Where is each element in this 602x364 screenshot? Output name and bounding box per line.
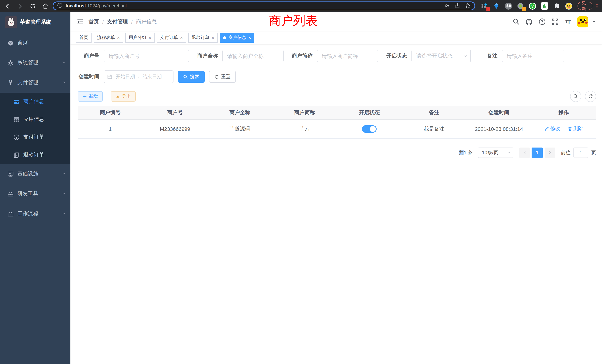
extension-y-icon[interactable]: y <box>529 2 536 10</box>
mch-no-input[interactable] <box>104 50 189 62</box>
create-time-range-picker[interactable]: 开始日期 - 结束日期 <box>104 70 173 83</box>
prev-page-button[interactable] <box>519 147 530 158</box>
sidebar-item-refund-order[interactable]: 退款订单 <box>0 146 70 164</box>
chevron-up-icon <box>62 80 66 86</box>
status-select[interactable]: 请选择开启状态 <box>411 50 471 62</box>
cell-full-name: 芋道源码 <box>207 119 272 138</box>
next-page-button[interactable] <box>545 147 555 158</box>
extension-chart-icon[interactable] <box>541 2 548 10</box>
logo-bunny-icon <box>5 16 17 28</box>
chevron-down-icon <box>62 60 66 66</box>
cell-status <box>337 119 402 138</box>
app: 芋道管理系统 首页 系统管理 ¥ 支付管理 <box>0 12 602 364</box>
short-name-input[interactable] <box>317 50 378 62</box>
extensions-puzzle-icon[interactable] <box>553 2 560 10</box>
user-avatar[interactable] <box>577 16 588 27</box>
sidebar-item-merchant-info[interactable]: 商户信息 <box>0 93 70 110</box>
refresh-table-button[interactable] <box>585 91 596 102</box>
tab-process-form[interactable]: 流程表单× <box>94 33 123 43</box>
extension-command-icon[interactable] <box>505 2 512 10</box>
breadcrumb-pay[interactable]: 支付管理 <box>107 18 128 25</box>
tab-pay-order[interactable]: 支付订单× <box>157 33 186 43</box>
page-size-select[interactable]: 10条/页 <box>478 147 513 158</box>
site-info-icon[interactable] <box>57 3 63 9</box>
back-icon[interactable] <box>3 1 12 10</box>
font-size-icon[interactable]: TT <box>564 18 572 25</box>
browser-toolbar: localhost:1024/pay/merchant 10 1 <box>0 0 602 12</box>
tab-user-group[interactable]: 用户分组× <box>125 33 155 43</box>
search-button[interactable]: 搜索 <box>178 71 205 83</box>
reload-icon[interactable] <box>28 1 37 10</box>
browser-menu-icon[interactable] <box>595 3 599 8</box>
page-1-button[interactable]: 1 <box>532 147 543 158</box>
sidebar-item-workflow[interactable]: 工作流程 <box>0 204 70 224</box>
sidebar-item-pay[interactable]: ¥ 支付管理 <box>0 73 70 93</box>
toggle-search-button[interactable] <box>570 91 581 102</box>
edit-link[interactable]: 修改 <box>544 126 560 132</box>
export-button[interactable]: 导出 <box>111 91 136 102</box>
date-end-placeholder: 结束日期 <box>142 73 162 80</box>
table-header-row: 商户编号 商户号 商户全称 商户简称 开启状态 备注 创建时间 操作 <box>78 106 596 119</box>
extension-session-icon[interactable]: 1 <box>517 2 524 10</box>
sidebar-logo[interactable]: 芋道管理系统 <box>0 12 70 33</box>
extension-badge: 1 <box>522 7 526 11</box>
forward-icon[interactable] <box>16 1 24 10</box>
sidebar-item-app-info[interactable]: 应用信息 <box>0 110 70 128</box>
status-label: 开启状态 <box>386 53 411 59</box>
page-content: 商户号 商户全称 商户简称 开启状态 请选择开启状态 备注 <box>70 44 602 158</box>
table-row: 1 M233666999 芋道源码 芋艿 我是备注 2021-10-23 08:… <box>78 119 596 138</box>
fullscreen-icon[interactable] <box>551 18 559 25</box>
breadcrumb-home[interactable]: 首页 <box>89 18 99 25</box>
extensions-row: 10 1 y <box>480 2 572 10</box>
sidebar-item-system[interactable]: 系统管理 <box>0 53 70 73</box>
close-icon[interactable]: × <box>180 35 183 40</box>
home-icon[interactable] <box>41 1 50 10</box>
profile-emoji-icon[interactable] <box>565 2 572 10</box>
sidebar-item-home[interactable]: 首页 <box>0 33 70 53</box>
share-icon[interactable] <box>454 2 460 10</box>
chevron-down-icon <box>62 211 66 217</box>
goto-page-input[interactable] <box>573 147 588 158</box>
chevron-down-icon <box>507 150 511 155</box>
extension-grid-icon[interactable]: 10 <box>480 2 488 10</box>
browser-update-button[interactable]: 更新 <box>578 2 592 10</box>
search-icon[interactable] <box>512 18 520 25</box>
sidebar-fold-icon[interactable] <box>76 18 84 26</box>
pagination: 共1 条 10条/页 1 前往 页 <box>78 147 596 158</box>
close-icon[interactable]: × <box>212 35 214 40</box>
date-start-placeholder: 开始日期 <box>116 73 135 80</box>
github-icon[interactable] <box>525 18 533 25</box>
filter-row-1: 商户号 商户全称 商户简称 开启状态 请选择开启状态 备注 <box>78 50 596 62</box>
tab-home[interactable]: 首页 <box>76 33 92 43</box>
help-icon[interactable] <box>538 18 546 25</box>
add-button[interactable]: 新增 <box>78 91 103 102</box>
reset-button[interactable]: 重置 <box>209 71 236 83</box>
close-icon[interactable]: × <box>117 35 120 40</box>
chevron-left-icon <box>523 150 527 155</box>
sidebar-item-infra[interactable]: 基础设施 <box>0 164 70 184</box>
password-key-icon[interactable] <box>444 2 450 10</box>
col-create-time: 创建时间 <box>466 106 531 119</box>
full-name-input[interactable] <box>222 50 284 62</box>
status-toggle[interactable] <box>362 125 377 132</box>
extension-gem-icon[interactable] <box>493 2 500 10</box>
url-bar[interactable]: localhost:1024/pay/merchant <box>53 1 475 10</box>
document-icon <box>13 152 20 158</box>
avatar-caret-icon[interactable] <box>592 21 595 23</box>
tabs-bar: 首页 流程表单× 用户分组× 支付订单× 退款订单× 商户信息× <box>70 32 602 44</box>
dashboard-icon <box>7 40 14 46</box>
col-short-name: 商户简称 <box>272 106 337 119</box>
create-time-label: 创建时间 <box>78 73 104 80</box>
sidebar-item-devtools[interactable]: 研发工具 <box>0 184 70 204</box>
tab-refund-order[interactable]: 退款订单× <box>188 33 218 43</box>
sidebar-item-pay-order[interactable]: 支付订单 <box>0 128 70 146</box>
delete-link[interactable]: 删除 <box>567 126 583 132</box>
chevron-down-icon <box>62 171 66 177</box>
close-icon[interactable]: × <box>149 35 151 40</box>
bookmark-star-icon[interactable] <box>465 2 471 10</box>
monitor-icon <box>7 171 14 177</box>
close-icon[interactable]: × <box>248 35 251 40</box>
table-toolbar: 新增 导出 <box>78 91 596 102</box>
remark-input[interactable] <box>502 50 564 62</box>
tab-merchant-info[interactable]: 商户信息× <box>220 33 254 43</box>
